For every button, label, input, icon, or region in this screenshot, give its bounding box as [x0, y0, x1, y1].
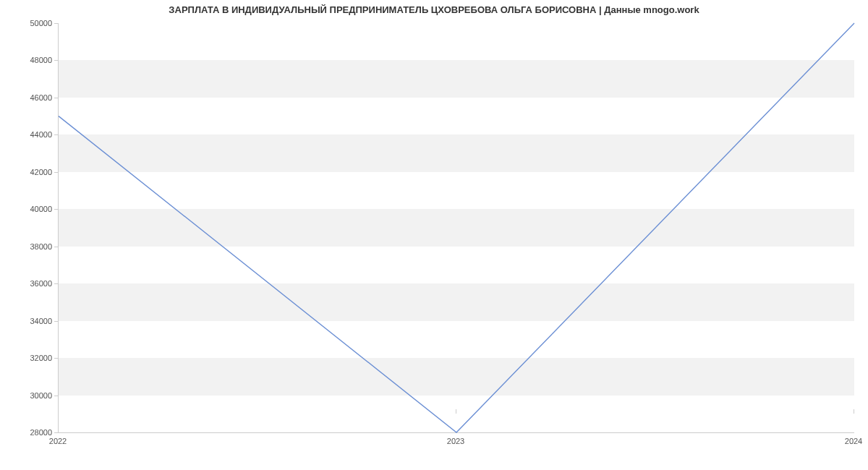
chart-title: ЗАРПЛАТА В ИНДИВИДУАЛЬНЫЙ ПРЕДПРИНИМАТЕЛ…	[0, 4, 868, 15]
y-tick-mark	[54, 98, 59, 98]
y-tick-label: 50000	[9, 19, 52, 27]
y-tick-label: 42000	[9, 168, 52, 176]
plot-area	[58, 23, 854, 433]
y-tick-mark	[54, 432, 59, 433]
y-tick-mark	[54, 60, 59, 61]
y-tick-mark	[54, 321, 59, 322]
data-line	[59, 23, 854, 432]
line-layer	[59, 23, 854, 432]
y-tick-mark	[54, 396, 59, 396]
y-tick-label: 32000	[9, 354, 52, 362]
y-tick-label: 28000	[9, 428, 52, 437]
y-tick-label: 44000	[9, 130, 52, 139]
y-tick-mark	[54, 209, 59, 210]
x-tick-label: 2024	[845, 437, 862, 445]
y-tick-label: 48000	[9, 56, 52, 64]
y-tick-label: 30000	[9, 391, 52, 400]
y-tick-label: 34000	[9, 317, 52, 325]
y-tick-label: 46000	[9, 93, 52, 102]
y-tick-mark	[54, 247, 59, 247]
salary-line-chart: ЗАРПЛАТА В ИНДИВИДУАЛЬНЫЙ ПРЕДПРИНИМАТЕЛ…	[0, 0, 868, 470]
y-tick-mark	[54, 283, 59, 284]
y-tick-mark	[54, 358, 59, 359]
y-tick-label: 36000	[9, 279, 52, 288]
y-tick-label: 38000	[9, 242, 52, 251]
x-tick-label: 2023	[447, 437, 464, 445]
y-tick-mark	[54, 134, 59, 135]
y-tick-label: 40000	[9, 205, 52, 213]
x-tick-label: 2022	[49, 437, 67, 445]
y-tick-mark	[54, 23, 59, 24]
y-tick-mark	[54, 172, 59, 173]
